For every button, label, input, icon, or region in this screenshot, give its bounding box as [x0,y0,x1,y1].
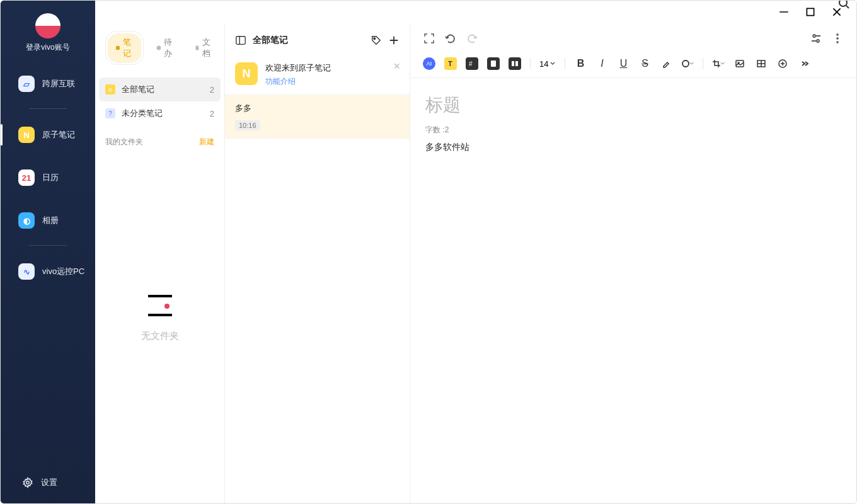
folder-icon: ≡ [105,84,115,94]
rail-item-remotepc[interactable]: ∿vivo远控PC [1,258,95,285]
editor-body[interactable]: 标题 字数 :2 多多软件站 [410,78,856,168]
tab-todo-label: 待办 [164,37,175,59]
note-list-title: 全部笔记 [253,35,364,46]
new-folder-button[interactable]: 新建 [199,137,214,147]
clipboard-icon[interactable] [487,57,500,70]
rail-item-album[interactable]: ◐相册 [1,207,95,234]
tab-todo[interactable]: 待办 [149,33,182,62]
calendar-icon: 21 [18,169,35,186]
minimize-button[interactable] [778,6,790,18]
collapse-icon[interactable] [235,35,246,46]
tab-docs[interactable]: 文档 [187,33,221,62]
note-list-header: 全部笔记 [225,23,410,55]
folders-column: 笔记 待办 文档 ≡全部笔记2?未分类笔记2 我的文件夹 新建 [95,23,224,503]
top-tabs: 笔记 待办 文档 [95,31,224,77]
text-style-button[interactable]: T [444,57,457,70]
font-size-selector[interactable]: 14 [539,59,556,69]
insert-icon[interactable] [776,57,789,70]
note-app-icon: N [235,62,258,85]
color-button[interactable] [681,57,694,70]
word-count: 字数 :2 [425,125,841,135]
folder-icon: ? [105,108,115,118]
svg-point-18 [836,33,839,36]
titlebar [95,1,856,23]
svg-point-26 [682,60,689,67]
svg-point-19 [836,37,839,40]
svg-rect-23 [491,60,496,67]
svg-rect-5 [116,46,120,50]
note-item-duoduo[interactable]: 多多10:16 [225,95,410,139]
rail-item-label: 跨屏互联 [42,78,75,89]
check-icon [156,44,161,52]
settings-button[interactable]: 设置 [1,477,95,488]
note-icon [115,44,120,52]
search-icon[interactable] [837,0,850,9]
folder-label: 全部笔记 [122,84,154,95]
rail-item-calendar[interactable]: 21日历 [1,164,95,191]
folder-count: 2 [210,109,214,118]
underline-button[interactable]: U [617,57,630,70]
undo-icon[interactable] [444,32,457,45]
layout-icon[interactable] [509,57,521,70]
svg-rect-2 [807,8,814,15]
note-time: 10:16 [235,120,260,130]
svg-line-13 [846,6,849,8]
my-folders-header: 我的文件夹 新建 [95,125,224,152]
editor-column: AI T # 14 B I U S [410,23,856,503]
editor-toolbar-primary [410,23,856,54]
folder-row-uncat[interactable]: ?未分类笔记2 [95,101,224,125]
strike-button[interactable]: S [638,57,651,70]
image-icon[interactable] [733,57,746,70]
redo-icon[interactable] [466,32,478,45]
svg-point-20 [836,41,839,43]
add-note-icon[interactable] [388,35,400,46]
chevron-down-icon [689,61,694,66]
avatar[interactable] [35,13,60,38]
rail-item-crossscreen[interactable]: ▱跨屏互联 [1,71,95,97]
settings-label: 设置 [41,477,57,488]
crop-icon[interactable] [712,57,725,70]
filter-icon[interactable] [810,32,822,45]
folder-label: 未分类笔记 [122,108,163,119]
editor-toolbar-format: AI T # 14 B I U S [410,54,856,78]
crossscreen-icon: ▱ [18,76,35,92]
note-title: 多多 [235,103,400,114]
ai-button[interactable]: AI [423,57,435,70]
svg-point-9 [374,38,376,40]
empty-folder-label: 无文件夹 [141,330,179,342]
bold-button[interactable]: B [574,57,587,70]
my-folders-label: 我的文件夹 [105,137,143,147]
highlight-button[interactable] [660,57,672,70]
title-placeholder[interactable]: 标题 [425,93,841,117]
rail-item-label: 相册 [42,215,59,226]
rail-item-notes[interactable]: N原子笔记 [1,122,95,148]
tag-icon[interactable] [371,35,382,46]
italic-button[interactable]: I [595,57,608,70]
empty-folder-icon [144,291,176,323]
main-area: 笔记 待办 文档 ≡全部笔记2?未分类笔记2 我的文件夹 新建 [95,1,856,503]
table-icon[interactable] [755,57,768,70]
heading-button[interactable]: # [466,57,478,70]
folder-count: 2 [210,85,214,94]
maximize-button[interactable] [805,6,816,18]
svg-point-6 [156,46,161,50]
left-rail: 登录vivo账号 ▱跨屏互联N原子笔记21日历◐相册∿vivo远控PC 设置 [1,1,95,503]
chevron-down-icon [549,60,556,67]
more-icon[interactable] [831,32,844,45]
editor-content[interactable]: 多多软件站 [425,142,841,153]
more-format-icon[interactable] [798,57,810,70]
fullscreen-icon[interactable] [423,32,435,45]
note-item-welcome[interactable]: N欢迎来到原子笔记功能介绍✕ [225,55,410,95]
tab-notes[interactable]: 笔记 [108,33,141,62]
login-label[interactable]: 登录vivo账号 [26,42,69,53]
svg-point-0 [26,481,30,484]
album-icon: ◐ [18,212,35,229]
note-title: 欢迎来到原子笔记 [265,62,331,74]
close-icon[interactable]: ✕ [393,61,401,71]
svg-text:#: # [469,60,473,67]
empty-folder-placeholder: 无文件夹 [95,291,224,342]
folder-row-all[interactable]: ≡全部笔记2 [99,77,221,101]
svg-point-16 [817,40,819,42]
svg-point-14 [813,35,815,37]
svg-rect-7 [236,37,245,45]
